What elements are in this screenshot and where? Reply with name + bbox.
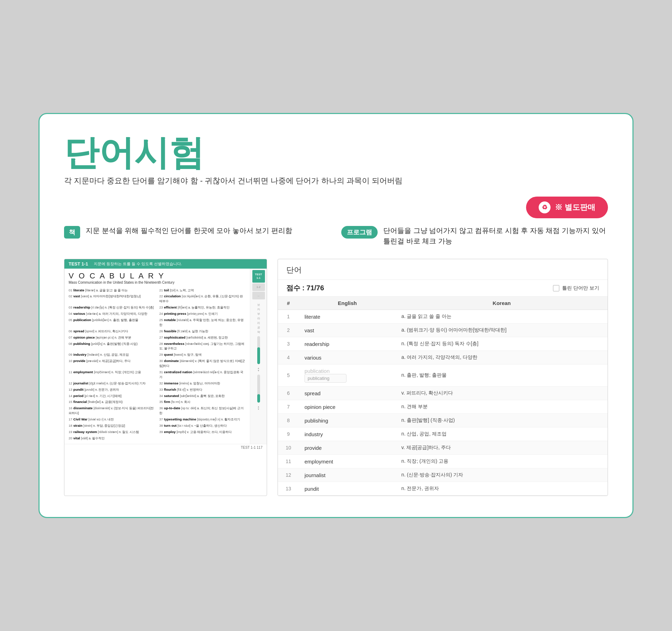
vocab-item-right-7: 27sophisticated [səfístikèitid] a. 세련된, … — [159, 334, 246, 340]
row-korean: n. 직장; (개인의) 고용 — [396, 455, 608, 468]
table-row: 12journalistn. (신문·방송·잡지사의) 기자 — [278, 468, 608, 482]
quiz-table-head: # English Korean — [278, 297, 608, 310]
wrong-only-checkbox[interactable] — [553, 285, 559, 291]
vocab-panel: TEST 1-1 지문에 등장하는 트를 들 수 있도록 선별하였습니다. V … — [64, 259, 267, 496]
row-number: 6 — [278, 387, 299, 400]
row-korean: n. 견해 부분 — [396, 400, 608, 414]
separate-sale-button[interactable]: ♻ ※ 별도판매 — [526, 197, 608, 218]
table-row: 6spreadv. 퍼뜨리다, 확산시키다 — [278, 387, 608, 400]
row-number: 7 — [278, 400, 299, 414]
quiz-score-row: 점수 : 71/76 틀린 단어만 보기 — [278, 280, 608, 297]
vocab-item-left-9: 09industry [índəstri] n. 산업, 공업, 제조업 — [69, 352, 155, 358]
row-korean: n. (특정 신문·잡지 등의) 독자 수[층] — [396, 337, 608, 351]
vocab-passage-title: Mass Communication in the United States … — [69, 281, 246, 284]
quiz-input-row — [304, 374, 390, 383]
quiz-input-field[interactable] — [304, 374, 346, 383]
row-english: provide — [299, 441, 396, 455]
test-thumb-2[interactable]: 1-2 — [252, 283, 265, 291]
vocab-header: TEST 1-1 지문에 등장하는 트를 들 수 있도록 선별하였습니다. — [64, 259, 267, 269]
vocab-item-right-16: 36up-to-date [ʌp tuː déit] a. 최신의; 최신 정보… — [159, 405, 246, 416]
vocab-sidebar-label: 보카부라리 공략 — [257, 303, 260, 334]
col-english: English — [299, 297, 396, 310]
vocab-instruction: 지문에 등장하는 트를 들 수 있도록 선별하였습니다. — [94, 261, 182, 267]
row-english: journalist — [299, 468, 396, 482]
row-korean: v. 제공[공급]하다, 주다 — [396, 441, 608, 455]
vocab-item-left-5: 05publication [pʌblikéiʃən] n. 출판, 발행, 출… — [69, 317, 155, 328]
vocab-list: 01literate [lítərət] a. 글을 읽고 쓸 줄 아는21to… — [69, 287, 246, 441]
vocab-page-ref: TEST 1-1 117 — [241, 446, 262, 449]
program-desc-box: 프로그램 단어들을 그냥 넘어가지 않고 컴퓨터로 시험 후 자동 채점 기능까… — [341, 225, 608, 246]
table-row: 4variousa. 여러 가지의, 각양각색의, 다양한 — [278, 351, 608, 364]
row-number: 10 — [278, 441, 299, 455]
separate-sale-banner: ♻ ※ 별도판매 — [64, 197, 608, 218]
content-area: TEST 1-1 지문에 등장하는 트를 들 수 있도록 선별하였습니다. V … — [64, 259, 608, 496]
table-row: 9industryn. 산업, 공업, 제조업 — [278, 427, 608, 441]
vocab-item-right-10: 30dominate [dámənèit] v. (특히 좋지 않은 방식으로)… — [159, 358, 246, 369]
recycle-icon: ♻ — [542, 204, 547, 211]
row-korean: a. (범위크기·양 등이) 어마어마한[방대한/막대한] — [396, 324, 608, 337]
row-korean: a. 글을 읽고 쓸 줄 아는 — [396, 310, 608, 324]
vocab-item-left-3: 03readership [ríːdərʃip] n. (특정 신문·잡지 등의… — [69, 305, 155, 311]
wrong-only-toggle[interactable]: 틀린 단어만 보기 — [553, 285, 599, 291]
vocab-item-right-empty — [159, 435, 246, 441]
program-description: 단어들을 그냥 넘어가지 않고 컴퓨터로 시험 후 자동 채점 기능까지 있어 … — [383, 225, 608, 246]
row-korean: n. 출판, 발행; 출판물 — [396, 364, 608, 387]
vocab-item-right-18: 38turn out [tɜːr náut] v. ~을 산출하다, 생산하다 — [159, 423, 246, 428]
vocab-item-left-20: 20vital [váitl] a. 필수적인 — [69, 435, 155, 441]
row-number: 8 — [278, 414, 299, 427]
vocab-item-right-12: 32immense [iméns] a. 엄청난, 어마어마한 — [159, 380, 246, 386]
vocab-item-left-6: 06spread [spred] v. 퍼뜨리다, 확산시키다 — [69, 328, 155, 334]
vocab-item-right-3: 23efficient [ifíʃənt] a. 능률적인, 유능한; 효율적인 — [159, 305, 246, 311]
main-card: 단어시험 각 지문마다 중요한 단어를 암기해야 함 - 귀찮아서 건너뛰면 나… — [38, 113, 634, 518]
row-english: pundit — [299, 482, 396, 496]
vocab-item-right-9: 29quest [kwest] n. 탐구, 탐색 — [159, 352, 246, 358]
vocab-item-left-14: 14period [píːriəd] n. 기간, 시기[때에] — [69, 393, 155, 399]
vocab-item-right-4: 24printing press [príntɪŋ pres] n. 인쇄기 — [159, 311, 246, 317]
vocab-item-right-14: 34saturated [sǽtʃərèitid] a. 흠뻑 젖은, 포화한 — [159, 393, 246, 399]
table-row: 8publishingn. 출판[발행] (직종·사업) — [278, 414, 608, 427]
col-number: # — [278, 297, 299, 310]
col-korean: Korean — [396, 297, 608, 310]
row-korean: n. (신문·방송·잡지사의) 기자 — [396, 468, 608, 482]
title-section: 단어시험 각 지문마다 중요한 단어를 암기해야 함 - 귀찮아서 건너뛰면 나… — [64, 135, 608, 186]
row-english: spread — [299, 387, 396, 400]
program-tag: 프로그램 — [341, 226, 378, 239]
progress-bar-section — [257, 336, 260, 364]
quiz-table: # English Korean 1literatea. 글을 읽고 쓸 줄 아… — [278, 297, 608, 496]
row-korean: n. 출판[발행] (직종·사업) — [396, 414, 608, 427]
table-row: 5publicationn. 출판, 발행; 출판물 — [278, 364, 608, 387]
row-english: various — [299, 351, 396, 364]
vocab-item-left-17: 17Civil War [sívəl wɔːr] n. 내전 — [69, 417, 155, 423]
row-number: 5 — [278, 364, 299, 387]
progress-bar — [257, 336, 260, 364]
row-english: vast — [299, 324, 396, 337]
row-english: industry — [299, 427, 396, 441]
vocab-item-right-15: 35firm [fɜːrm] n. 회사 — [159, 399, 246, 405]
vocab-item-right-5: 25notable [nóutəbl] a. 주목할 만한, 눈에 띄는; 중요… — [159, 317, 246, 328]
row-english: publication — [299, 364, 396, 387]
quiz-word-label: 단어 — [286, 265, 302, 275]
vocab-item-left-12: 12journalist [dʒɜ́ːrnəlist] n. (신문·방송·잡지… — [69, 380, 155, 386]
table-row: 2vasta. (범위크기·양 등이) 어마어마한[방대한/막대한] — [278, 324, 608, 337]
table-row: 11employmentn. 직장; (개인의) 고용 — [278, 455, 608, 468]
vocab-item-left-7: 07opinion piece [əpínjən piːs] n. 견해 부분 — [69, 334, 155, 340]
vocab-item-left-8: 08publishing [pʌbliʃiŋ] n. 출판(발행) (직종·사업… — [69, 341, 155, 352]
vocab-item-left-10: 10provide [prəváid] v. 제공[공급]하다, 주다 — [69, 358, 155, 369]
vocab-footer: TEST 1-1 117 — [64, 444, 267, 451]
main-title: 단어시험 — [64, 135, 608, 170]
test-thumb-1[interactable]: TEST1-1 — [252, 270, 265, 283]
vocab-item-right-13: 33flourish [flɜ́ːriʃ] v. 번영하다 — [159, 387, 246, 392]
progress-bar-section-2 — [257, 375, 260, 403]
vocab-item-right-2: 22circulation [sɜːrkjuléiʃən] n. 순환, 유통,… — [159, 293, 246, 304]
quiz-table-body: 1literatea. 글을 읽고 쓸 줄 아는2vasta. (범위크기·양 … — [278, 310, 608, 496]
progress-fill — [257, 347, 260, 364]
table-row: 10providev. 제공[공급]하다, 주다 — [278, 441, 608, 455]
english-word: publication — [304, 368, 390, 374]
vocab-item-right-11: 31centralized nation [séntrəlàizd néiʃən… — [159, 369, 246, 380]
row-number: 4 — [278, 351, 299, 364]
quiz-score: 점수 : 71/76 — [286, 283, 324, 293]
vocab-test-id: TEST 1-1 — [69, 261, 88, 267]
table-row: 13punditn. 전문가, 권위자 — [278, 482, 608, 496]
row-english: opinion piece — [299, 400, 396, 414]
test-thumb-3[interactable]: ... — [252, 292, 265, 299]
